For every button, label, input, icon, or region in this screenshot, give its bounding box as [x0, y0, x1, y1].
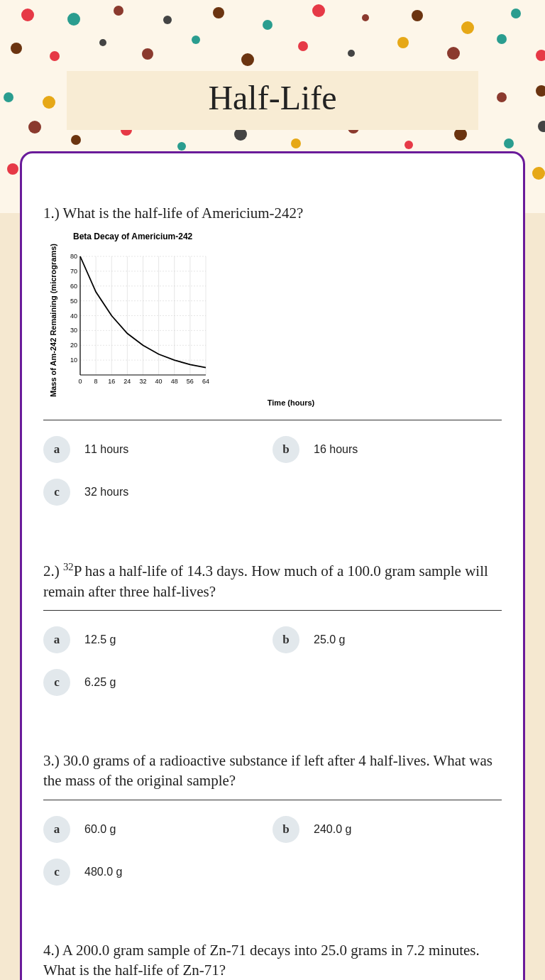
svg-text:16: 16	[108, 378, 115, 385]
option-letter: b	[272, 816, 299, 843]
svg-text:80: 80	[70, 253, 77, 260]
option-letter: b	[272, 626, 299, 653]
question-2-options: a12.5 g b25.0 g c6.25 g	[43, 626, 502, 712]
svg-text:60: 60	[70, 283, 77, 290]
option-text: 16 hours	[314, 443, 358, 456]
svg-text:8: 8	[94, 378, 98, 385]
option-3b[interactable]: b240.0 g	[272, 816, 502, 843]
svg-text:64: 64	[202, 378, 209, 385]
option-text: 32 hours	[84, 486, 128, 499]
option-text: 6.25 g	[84, 676, 116, 689]
title-banner: Half-Life	[67, 71, 478, 130]
option-text: 25.0 g	[314, 633, 345, 646]
chart-svg: 10203040506070800816243240485664	[60, 253, 209, 388]
option-letter: a	[43, 816, 70, 843]
option-text: 240.0 g	[314, 823, 351, 836]
chart-title: Beta Decay of Americium-242	[73, 232, 502, 241]
svg-text:24: 24	[123, 378, 131, 385]
question-1: 1.) What is the half-life of Americium-2…	[43, 203, 502, 521]
option-1c[interactable]: c32 hours	[43, 479, 272, 506]
question-1-options: a11 hours b16 hours c32 hours	[43, 436, 502, 521]
divider	[43, 800, 502, 800]
decay-chart: Beta Decay of Americium-242 Mass of Am-2…	[49, 232, 502, 407]
option-letter: a	[43, 436, 70, 463]
svg-text:56: 56	[187, 378, 194, 385]
question-2-prompt: 2.) 32P has a half-life of 14.3 days. Ho…	[43, 560, 502, 601]
question-2: 2.) 32P has a half-life of 14.3 days. Ho…	[43, 560, 502, 712]
option-letter: a	[43, 626, 70, 653]
option-3c[interactable]: c480.0 g	[43, 859, 272, 886]
question-1-prompt: 1.) What is the half-life of Americium-2…	[43, 203, 502, 223]
option-2a[interactable]: a12.5 g	[43, 626, 272, 653]
svg-text:70: 70	[70, 268, 77, 275]
option-text: 60.0 g	[84, 823, 116, 836]
svg-text:32: 32	[140, 378, 147, 385]
option-letter: b	[272, 436, 299, 463]
option-3a[interactable]: a60.0 g	[43, 816, 272, 843]
question-3: 3.) 30.0 grams of a radioactive substanc…	[43, 751, 502, 901]
question-4: 4.) A 200.0 gram sample of Zn-71 decays …	[43, 940, 502, 980]
svg-text:0: 0	[79, 378, 82, 385]
option-text: 12.5 g	[84, 633, 116, 646]
option-2b[interactable]: b25.0 g	[272, 626, 502, 653]
option-letter: c	[43, 669, 70, 696]
option-text: 480.0 g	[84, 866, 122, 878]
svg-text:50: 50	[70, 298, 77, 305]
svg-text:40: 40	[70, 312, 77, 320]
divider	[43, 420, 502, 420]
page-title: Half-Life	[67, 78, 478, 117]
option-1a[interactable]: a11 hours	[43, 436, 272, 463]
question-3-options: a60.0 g b240.0 g c480.0 g	[43, 816, 502, 901]
svg-text:10: 10	[70, 356, 77, 364]
question-3-prompt: 3.) 30.0 grams of a radioactive substanc…	[43, 751, 502, 791]
question-4-prompt: 4.) A 200.0 gram sample of Zn-71 decays …	[43, 940, 502, 980]
option-letter: c	[43, 479, 70, 506]
chart-x-label: Time (hours)	[80, 398, 502, 407]
option-1b[interactable]: b16 hours	[272, 436, 502, 463]
svg-text:20: 20	[70, 342, 77, 349]
svg-text:30: 30	[70, 327, 77, 334]
worksheet-card: 1.) What is the half-life of Americium-2…	[20, 151, 525, 980]
svg-text:40: 40	[155, 378, 163, 385]
divider	[43, 610, 502, 611]
chart-y-label: Mass of Am-242 Remaining (micrograms)	[49, 244, 57, 397]
option-letter: c	[43, 859, 70, 886]
svg-text:48: 48	[171, 378, 178, 385]
option-2c[interactable]: c6.25 g	[43, 669, 272, 696]
option-text: 11 hours	[84, 443, 128, 456]
